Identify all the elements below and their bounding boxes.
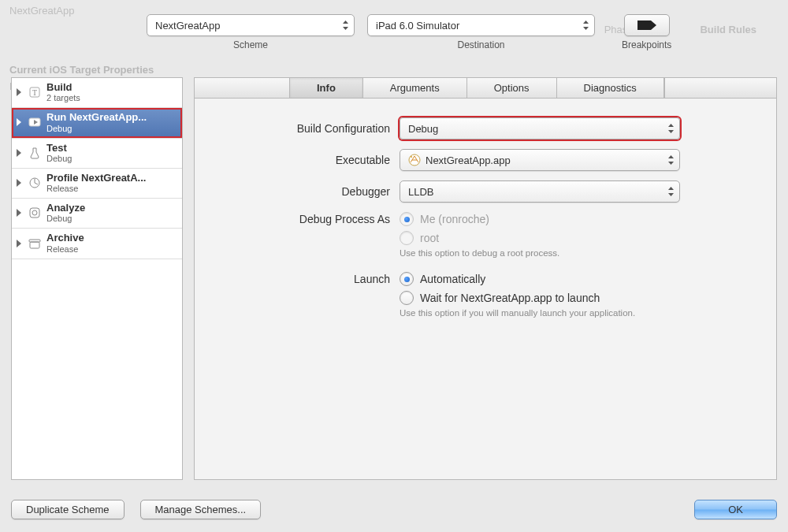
- disclosure-icon: [17, 179, 21, 187]
- radio-me[interactable]: Me (ronroche): [400, 212, 559, 226]
- scheme-selector[interactable]: NextGreatApp: [147, 14, 355, 36]
- updown-icon: [667, 123, 675, 134]
- scheme-caption: Scheme: [233, 39, 268, 50]
- svg-point-6: [32, 210, 37, 215]
- debug-process-radio-group: Me (ronroche) root Use this option to de…: [400, 212, 559, 258]
- destination-value: iPad 6.0 Simulator: [376, 20, 459, 32]
- wait-hint: Use this option if you will manually lau…: [400, 308, 635, 318]
- destination-selector-group: iPad 6.0 Simulator Destination: [367, 14, 595, 50]
- debugger-select[interactable]: LLDB: [400, 180, 680, 203]
- svg-rect-7: [30, 242, 39, 248]
- root-hint: Use this option to debug a root process.: [400, 248, 559, 258]
- tab-arguments[interactable]: Arguments: [363, 78, 467, 98]
- radio-root[interactable]: root: [400, 231, 559, 245]
- bottom-bar: Duplicate Scheme Manage Schemes... OK: [11, 500, 777, 519]
- sidebar-item-analyze[interactable]: AnalyzeDebug: [12, 199, 182, 229]
- executable-label: Executable: [217, 154, 390, 166]
- row-debug-process: Debug Process As Me (ronroche) root Use …: [217, 212, 754, 258]
- scheme-value: NextGreatApp: [155, 20, 220, 32]
- breakpoint-tag-icon: [637, 20, 657, 31]
- radio-wait[interactable]: Wait for NextGreatApp.app to launch: [400, 291, 635, 305]
- tab-bar: Info Arguments Options Diagnostics: [195, 78, 776, 99]
- debugger-label: Debugger: [217, 185, 390, 198]
- toolbar: NextGreatApp Scheme iPad 6.0 Simulator D…: [0, 14, 788, 50]
- svg-point-10: [411, 156, 412, 158]
- updown-icon: [582, 20, 589, 31]
- build-configuration-select[interactable]: Debug: [400, 117, 680, 140]
- radio-icon: [400, 212, 414, 226]
- sidebar: T Build2 targets Run NextGreatApp...Debu…: [11, 77, 183, 480]
- disclosure-icon: [17, 149, 21, 157]
- radio-icon: [400, 291, 414, 305]
- updown-icon: [667, 154, 675, 166]
- sidebar-item-test[interactable]: TestDebug: [12, 139, 182, 169]
- row-build-configuration: Build Configuration Debug: [217, 117, 754, 140]
- updown-icon: [667, 186, 675, 197]
- tab-info[interactable]: Info: [290, 78, 363, 98]
- debug-process-label: Debug Process As: [217, 212, 390, 225]
- breakpoints-button[interactable]: [624, 14, 670, 36]
- disclosure-icon: [17, 240, 21, 247]
- app-icon: [408, 154, 421, 166]
- sidebar-item-run[interactable]: Run NextGreatApp...Debug: [12, 108, 182, 138]
- build-icon: T: [28, 85, 42, 99]
- info-form: Build Configuration Debug Executable Nex…: [195, 99, 776, 337]
- profile-icon: [28, 176, 42, 190]
- radio-icon: [400, 272, 414, 286]
- destination-caption: Destination: [457, 39, 504, 50]
- duplicate-scheme-button[interactable]: Duplicate Scheme: [11, 500, 125, 519]
- main-panel: T Build2 targets Run NextGreatApp...Debu…: [11, 77, 777, 480]
- analyze-icon: [28, 206, 42, 220]
- destination-selector[interactable]: iPad 6.0 Simulator: [367, 14, 595, 36]
- row-debugger: Debugger LLDB: [217, 180, 754, 203]
- row-executable: Executable NextGreatApp.app: [217, 149, 754, 171]
- breakpoints-caption: Breakpoints: [622, 39, 671, 50]
- disclosure-icon: [17, 118, 21, 126]
- breakpoints-group: Breakpoints: [622, 14, 671, 50]
- executable-select[interactable]: NextGreatApp.app: [400, 149, 680, 171]
- ok-button[interactable]: OK: [694, 500, 777, 519]
- manage-schemes-button[interactable]: Manage Schemes...: [140, 500, 262, 519]
- sidebar-item-build[interactable]: T Build2 targets: [12, 78, 182, 108]
- scheme-selector-group: NextGreatApp Scheme: [147, 14, 355, 50]
- launch-radio-group: Automatically Wait for NextGreatApp.app …: [400, 272, 635, 318]
- disclosure-icon: [17, 209, 21, 217]
- test-icon: [28, 146, 42, 160]
- updown-icon: [342, 20, 349, 31]
- run-icon: [28, 115, 42, 129]
- archive-icon: [28, 236, 42, 251]
- svg-text:T: T: [32, 88, 37, 97]
- radio-auto[interactable]: Automatically: [400, 272, 635, 286]
- sidebar-item-archive[interactable]: ArchiveRelease: [12, 229, 182, 259]
- launch-label: Launch: [217, 272, 390, 285]
- tab-diagnostics[interactable]: Diagnostics: [557, 78, 664, 98]
- row-launch: Launch Automatically Wait for NextGreatA…: [217, 272, 754, 318]
- svg-rect-5: [30, 208, 39, 218]
- disclosure-icon: [17, 88, 21, 96]
- build-configuration-label: Build Configuration: [217, 122, 390, 135]
- sidebar-item-profile[interactable]: Profile NextGreatA...Release: [12, 169, 182, 199]
- radio-icon: [400, 231, 414, 245]
- content-panel: Info Arguments Options Diagnostics Build…: [194, 77, 777, 480]
- tab-options[interactable]: Options: [467, 78, 557, 98]
- svg-rect-8: [29, 240, 40, 242]
